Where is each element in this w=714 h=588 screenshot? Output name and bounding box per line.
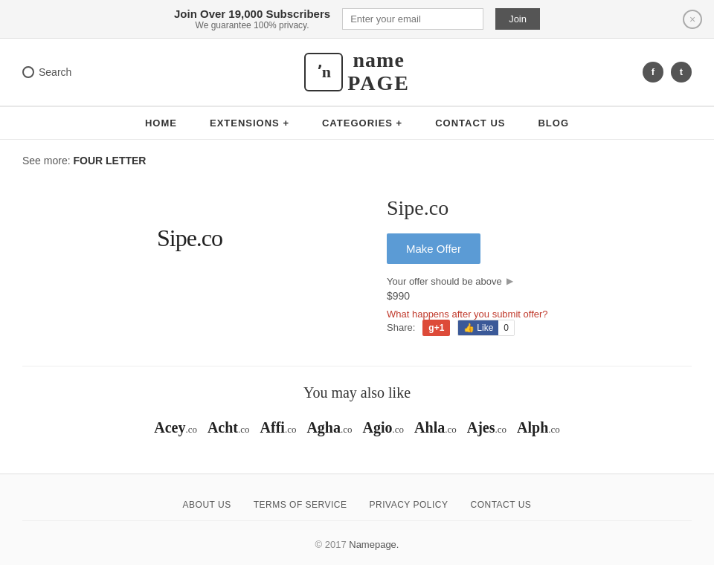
domain-card-name: Ajes xyxy=(467,419,495,436)
footer-link[interactable]: CONTACT US xyxy=(470,500,531,510)
banner-main-text: Join Over 19,000 Subscribers xyxy=(174,7,330,20)
see-more-link[interactable]: FOUR LETTER xyxy=(73,155,146,167)
domain-card-tld: .co xyxy=(393,424,405,436)
domain-card-name: Agio xyxy=(363,419,393,436)
banner-email-input[interactable] xyxy=(342,8,483,30)
domain-card[interactable]: Acht.co xyxy=(208,419,250,436)
nav-item-blog[interactable]: BLOG xyxy=(521,107,585,139)
domain-logo-tld: .co xyxy=(196,224,222,251)
fb-count: 0 xyxy=(498,320,514,335)
footer: ABOUT USTERMS OF SERVICEPRIVACY POLICYCO… xyxy=(0,474,714,565)
domain-info: Sipe.co Make Offer Your offer should be … xyxy=(387,181,692,336)
domain-logo-name: Sipe xyxy=(157,224,196,251)
nav-item-contact[interactable]: CONTACT US xyxy=(419,107,521,139)
search-label: Search xyxy=(39,66,71,78)
footer-copyright: © 2017 Namepage. xyxy=(22,532,692,550)
footer-links: ABOUT USTERMS OF SERVICEPRIVACY POLICYCO… xyxy=(22,489,692,521)
logo-icon: ʼn xyxy=(304,53,343,91)
domain-card[interactable]: Affi.co xyxy=(260,419,297,436)
domain-logo-display: Sipe.co xyxy=(157,211,222,255)
logo[interactable]: ʼn name PAGE xyxy=(304,49,410,95)
copyright-pre: © 2017 xyxy=(315,539,350,550)
logo-name: name xyxy=(347,49,410,72)
domain-card-tld: .co xyxy=(238,424,250,436)
also-like-grid: Acey.coAcht.coAffi.coAgha.coAgio.coAhla.… xyxy=(22,419,692,436)
banner-text: Join Over 19,000 Subscribers We guarante… xyxy=(174,7,330,30)
footer-link[interactable]: TERMS OF SERVICE xyxy=(254,500,347,510)
offer-hint: Your offer should be above ▶ xyxy=(387,276,692,287)
twitter-icon[interactable]: t xyxy=(671,62,692,83)
domain-card-name: Agha xyxy=(306,419,341,436)
banner-close-button[interactable]: × xyxy=(683,10,702,29)
share-row: Share: g+1 👍 Like 0 xyxy=(387,320,692,336)
domain-card-name: Acht xyxy=(208,419,238,436)
make-offer-button[interactable]: Make Offer xyxy=(387,233,480,264)
domain-card[interactable]: Agio.co xyxy=(363,419,405,436)
domain-card-name: Alph xyxy=(517,419,548,436)
main-nav: HOMEEXTENSIONS +CATEGORIES +CONTACT USBL… xyxy=(0,106,714,140)
also-like-title: You may also like xyxy=(22,384,692,401)
search-icon xyxy=(22,66,34,78)
offer-hint-arrow-icon: ▶ xyxy=(506,276,513,286)
banner-join-button[interactable]: Join xyxy=(495,8,540,30)
social-icons: f t xyxy=(643,62,692,83)
also-like-section: You may also like Acey.coAcht.coAffi.coA… xyxy=(22,366,692,436)
nav-item-extensions[interactable]: EXTENSIONS + xyxy=(193,107,306,139)
google-plus-button[interactable]: g+1 xyxy=(422,320,450,336)
fb-like-label: Like xyxy=(477,323,493,333)
fb-thumbs-icon: 👍 xyxy=(463,323,475,333)
logo-page: PAGE xyxy=(347,72,410,95)
domain-card[interactable]: Ahla.co xyxy=(414,419,457,436)
copyright-brand[interactable]: Namepage. xyxy=(349,539,399,550)
see-more-prefix: See more: xyxy=(22,155,71,167)
domain-card-tld: .co xyxy=(341,424,353,436)
offer-hint-text: Your offer should be above xyxy=(387,276,502,287)
domain-card-name: Acey xyxy=(154,419,185,436)
share-label: Share: xyxy=(387,322,415,333)
domain-title: Sipe.co xyxy=(387,196,692,220)
domain-card[interactable]: Agha.co xyxy=(306,419,352,436)
domain-logo-area: Sipe.co xyxy=(22,181,357,285)
facebook-icon[interactable]: f xyxy=(643,62,663,83)
facebook-like-button[interactable]: 👍 Like 0 xyxy=(457,320,515,336)
domain-card-name: Ahla xyxy=(414,419,445,436)
search-button[interactable]: Search xyxy=(22,66,71,78)
logo-text: name PAGE xyxy=(347,49,410,95)
what-happens-link[interactable]: What happens after you submit offer? xyxy=(387,308,548,320)
domain-card-tld: .co xyxy=(495,424,506,436)
see-more: See more: FOUR LETTER xyxy=(22,155,692,167)
footer-link[interactable]: ABOUT US xyxy=(183,500,231,510)
banner-sub-text: We guarantee 100% privacy. xyxy=(174,20,330,30)
nav-item-categories[interactable]: CATEGORIES + xyxy=(306,107,419,139)
domain-card[interactable]: Alph.co xyxy=(517,419,560,436)
domain-detail: Sipe.co Sipe.co Make Offer Your offer sh… xyxy=(22,181,692,336)
domain-card-tld: .co xyxy=(285,424,297,436)
fb-like-inner: 👍 Like xyxy=(458,320,498,335)
domain-card-tld: .co xyxy=(548,424,560,436)
domain-card-name: Affi xyxy=(260,419,285,436)
domain-card[interactable]: Acey.co xyxy=(154,419,197,436)
domain-card-tld: .co xyxy=(445,424,457,436)
domain-card[interactable]: Ajes.co xyxy=(467,419,506,436)
footer-link[interactable]: PRIVACY POLICY xyxy=(370,500,448,510)
domain-card-tld: .co xyxy=(185,424,197,436)
top-banner: Join Over 19,000 Subscribers We guarante… xyxy=(0,0,714,39)
offer-amount: $990 xyxy=(387,290,692,302)
main-content: See more: FOUR LETTER Sipe.co Sipe.co Ma… xyxy=(0,140,714,474)
header: Search ʼn name PAGE f t xyxy=(0,39,714,106)
nav-item-home[interactable]: HOME xyxy=(129,107,193,139)
